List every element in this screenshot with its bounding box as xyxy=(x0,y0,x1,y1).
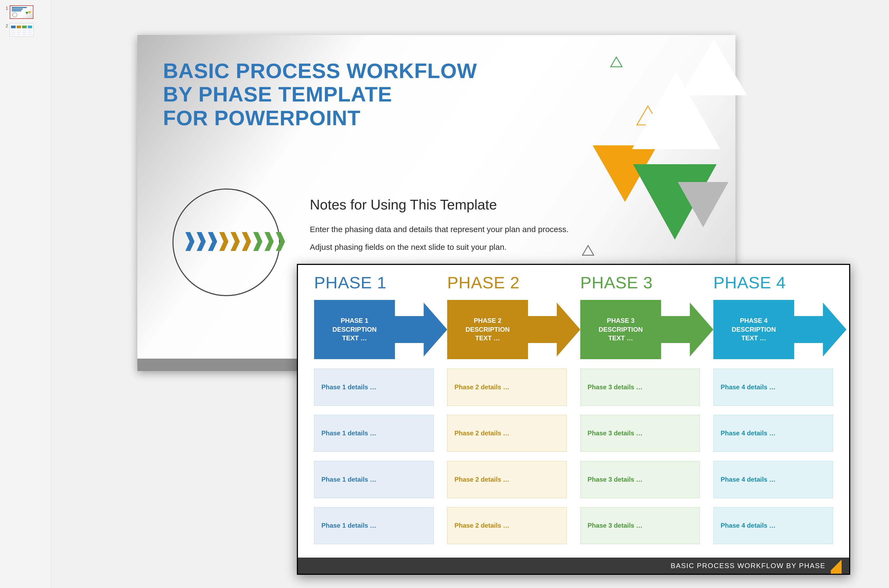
svg-marker-0 xyxy=(611,57,622,67)
thumbnail-number-2: 2 xyxy=(5,23,8,28)
phase-4-detail-cell[interactable]: Phase 4 details … xyxy=(713,415,833,452)
svg-marker-17 xyxy=(276,232,285,251)
arrow-right-icon xyxy=(395,300,447,359)
phase-4-detail-cell[interactable]: Phase 4 details … xyxy=(713,507,833,544)
phase-3-title[interactable]: PHASE 3 xyxy=(580,273,700,292)
phase-2-title[interactable]: PHASE 2 xyxy=(447,273,567,292)
phase-2-detail-cell[interactable]: Phase 2 details … xyxy=(447,415,567,452)
phase-3-detail-column: Phase 3 details … Phase 3 details … Phas… xyxy=(580,369,700,544)
slide-canvas-area[interactable]: BASIC PROCESS WORKFLOW BY PHASE TEMPLATE… xyxy=(51,0,889,588)
footer-accent-icon xyxy=(831,558,842,574)
arrow-right-icon xyxy=(661,300,713,359)
thumbnail-preview-1 xyxy=(10,5,33,19)
phase-1-detail-column: Phase 1 details … Phase 1 details … Phas… xyxy=(314,369,434,544)
phase-2-description-box[interactable]: PHASE 2 DESCRIPTION TEXT … xyxy=(447,300,528,359)
triangle-outline-icon xyxy=(582,245,594,256)
app-root: 1 2 xyxy=(0,0,889,588)
svg-marker-20 xyxy=(661,303,713,357)
triangle-down-icon xyxy=(676,180,730,229)
slide-2-footer: BASIC PROCESS WORKFLOW BY PHASE xyxy=(298,558,849,574)
phase-4-description-box[interactable]: PHASE 4 DESCRIPTION TEXT … xyxy=(713,300,794,359)
svg-marker-14 xyxy=(242,232,251,251)
arrow-right-icon xyxy=(528,300,580,359)
phase-4-detail-cell[interactable]: Phase 4 details … xyxy=(713,461,833,498)
slide-2-footer-text: BASIC PROCESS WORKFLOW BY PHASE xyxy=(671,562,826,570)
phase-1-detail-cell[interactable]: Phase 1 details … xyxy=(314,415,434,452)
thumbnail-slide-2[interactable]: 2 xyxy=(0,22,51,40)
svg-marker-13 xyxy=(231,232,240,251)
phase-1-detail-cell[interactable]: Phase 1 details … xyxy=(314,507,434,544)
svg-marker-9 xyxy=(185,232,194,251)
phase-3-detail-cell[interactable]: Phase 3 details … xyxy=(580,507,700,544)
phase-4-arrow-block[interactable]: PHASE 4 DESCRIPTION TEXT … xyxy=(713,300,847,359)
phase-1-title[interactable]: PHASE 1 xyxy=(314,273,434,292)
svg-marker-16 xyxy=(265,232,274,251)
phase-3-arrow-block[interactable]: PHASE 3 DESCRIPTION TEXT … xyxy=(580,300,713,359)
svg-marker-12 xyxy=(219,232,229,251)
slide-title-line3: FOR POWERPOINT xyxy=(163,106,361,130)
svg-marker-18 xyxy=(395,303,447,357)
triangle-outline-icon xyxy=(610,57,623,67)
phase-arrow-row: PHASE 1 DESCRIPTION TEXT … PHASE 2 DESCR… xyxy=(314,300,847,359)
phase-3-detail-cell[interactable]: Phase 3 details … xyxy=(580,369,700,406)
svg-marker-11 xyxy=(208,232,217,251)
phase-detail-grid: Phase 1 details … Phase 1 details … Phas… xyxy=(314,369,833,544)
slide-title-line2: BY PHASE TEMPLATE xyxy=(163,82,392,106)
phase-2-detail-column: Phase 2 details … Phase 2 details … Phas… xyxy=(447,369,567,544)
phase-3-detail-cell[interactable]: Phase 3 details … xyxy=(580,415,700,452)
slide-title[interactable]: BASIC PROCESS WORKFLOW BY PHASE TEMPLATE… xyxy=(163,59,477,130)
phase-4-title[interactable]: PHASE 4 xyxy=(713,273,833,292)
phase-title-row: PHASE 1 PHASE 2 PHASE 3 PHASE 4 xyxy=(314,273,833,292)
phase-1-detail-cell[interactable]: Phase 1 details … xyxy=(314,369,434,406)
thumbnail-preview-2 xyxy=(10,23,33,37)
slide-thumbnail-panel: 1 2 xyxy=(0,0,51,588)
svg-marker-8 xyxy=(680,39,747,95)
phase-1-description-box[interactable]: PHASE 1 DESCRIPTION TEXT … xyxy=(314,300,395,359)
chevron-row-icon xyxy=(185,232,287,251)
svg-marker-3 xyxy=(582,246,594,255)
slide-2[interactable]: PHASE 1 PHASE 2 PHASE 3 PHASE 4 PHASE 1 … xyxy=(297,264,850,575)
notes-body[interactable]: Enter the phasing data and details that … xyxy=(310,224,579,259)
phase-3-description-box[interactable]: PHASE 3 DESCRIPTION TEXT … xyxy=(580,300,661,359)
svg-marker-10 xyxy=(197,232,206,251)
phase-1-detail-cell[interactable]: Phase 1 details … xyxy=(314,461,434,498)
svg-marker-15 xyxy=(253,232,262,251)
phase-4-detail-cell[interactable]: Phase 4 details … xyxy=(713,369,833,406)
triangle-up-white-icon xyxy=(679,38,749,97)
phase-1-arrow-block[interactable]: PHASE 1 DESCRIPTION TEXT … xyxy=(314,300,447,359)
phase-4-detail-column: Phase 4 details … Phase 4 details … Phas… xyxy=(713,369,833,544)
notes-paragraph-2: Adjust phasing fields on the next slide … xyxy=(310,241,579,253)
phase-2-detail-cell[interactable]: Phase 2 details … xyxy=(447,507,567,544)
notes-heading[interactable]: Notes for Using This Template xyxy=(310,196,497,213)
phase-2-detail-cell[interactable]: Phase 2 details … xyxy=(447,369,567,406)
phase-2-detail-cell[interactable]: Phase 2 details … xyxy=(447,461,567,498)
svg-marker-21 xyxy=(794,303,847,357)
svg-marker-19 xyxy=(528,303,580,357)
phase-3-detail-cell[interactable]: Phase 3 details … xyxy=(580,461,700,498)
arrow-right-icon xyxy=(794,300,847,359)
thumbnail-number-1: 1 xyxy=(5,5,8,11)
slide-title-line1: BASIC PROCESS WORKFLOW xyxy=(163,59,477,82)
svg-marker-6 xyxy=(678,182,728,227)
phase-2-arrow-block[interactable]: PHASE 2 DESCRIPTION TEXT … xyxy=(447,300,580,359)
notes-paragraph-1: Enter the phasing data and details that … xyxy=(310,224,579,235)
thumbnail-slide-1[interactable]: 1 xyxy=(0,5,51,22)
